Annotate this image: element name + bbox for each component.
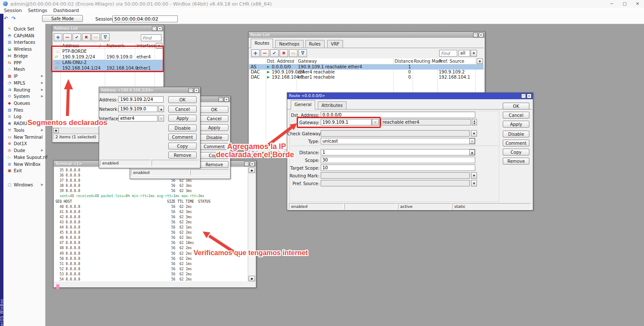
disable-button[interactable]: Disable bbox=[200, 134, 228, 141]
close-icon[interactable]: ✕ bbox=[194, 88, 199, 93]
sidebar-item-queues[interactable]: ◆Queues bbox=[3, 100, 45, 107]
disable-icon[interactable]: ✖ bbox=[279, 49, 288, 57]
enable-icon[interactable]: ✔ bbox=[73, 34, 81, 41]
maximize-icon[interactable]: □ bbox=[219, 97, 223, 102]
remove-button[interactable]: Remove bbox=[200, 161, 228, 168]
scroll-up-icon[interactable]: ◆ bbox=[249, 168, 255, 173]
maximize-icon[interactable]: □ bbox=[521, 94, 526, 98]
dropdown-icon[interactable]: ▽ bbox=[469, 138, 475, 144]
comment-icon[interactable]: ▭ bbox=[91, 34, 100, 41]
dropdown-icon[interactable]: ▼ bbox=[471, 50, 477, 57]
ok-button[interactable]: OK bbox=[168, 96, 197, 103]
close-icon[interactable]: ✕ bbox=[224, 97, 229, 102]
dropdown-icon[interactable]: ▽ bbox=[158, 115, 164, 122]
sidebar-item-mpls[interactable]: ◔MPLS▶ bbox=[3, 80, 45, 86]
ok-button[interactable]: OK bbox=[503, 103, 529, 110]
route-dialog-titlebar[interactable]: Route <0.0.0.0/0> □ ✕ bbox=[287, 93, 533, 99]
sidebar-item-dude[interactable]: ◎Dude▶ bbox=[3, 147, 45, 154]
close-icon[interactable]: ✕ bbox=[158, 26, 162, 31]
dropdown-icon[interactable]: ▼ bbox=[471, 180, 477, 186]
comment-button[interactable]: Comment bbox=[503, 140, 529, 146]
tab-general[interactable]: General bbox=[291, 100, 315, 110]
distance-field[interactable] bbox=[321, 149, 475, 155]
address-dialog-titlebar[interactable]: Address <190.9.109.2/24> □ ✕ bbox=[99, 87, 200, 93]
close-icon[interactable]: ✕ bbox=[527, 94, 532, 98]
sidebar-item-make-supout-rif[interactable]: ▷Make Supout.rif bbox=[3, 154, 45, 161]
menu-dashboard[interactable]: Dashboard bbox=[50, 8, 82, 14]
sidebar-item-files[interactable]: ▧Files bbox=[3, 107, 45, 113]
sidebar-item-quick-set[interactable]: ✎Quick Set bbox=[3, 26, 45, 32]
apply-button[interactable]: Apply bbox=[503, 121, 529, 128]
sidebar-item-bridge[interactable]: ⋈Bridge bbox=[3, 53, 45, 59]
sidebar-item-tools[interactable]: ⚒Tools▶ bbox=[3, 127, 45, 134]
column-header-distance[interactable]: Distance bbox=[395, 58, 413, 64]
sidebar-item-wireless[interactable]: ◒Wireless bbox=[3, 46, 45, 52]
address-list-titlebar[interactable]: Address List □ ✕ bbox=[52, 25, 164, 31]
maximize-icon[interactable]: □ bbox=[618, 0, 631, 8]
sidebar-item-new-winbox[interactable]: ◍New WinBox bbox=[3, 161, 45, 168]
find-input[interactable] bbox=[141, 34, 161, 41]
apply-button[interactable]: Apply bbox=[168, 115, 197, 122]
menu-settings[interactable]: Settings bbox=[25, 8, 50, 14]
sidebar-item-exit[interactable]: ▣Exit bbox=[3, 168, 45, 174]
apply-button[interactable]: Apply bbox=[200, 124, 228, 131]
minimize-icon[interactable]: − bbox=[605, 0, 618, 8]
tab-attributes[interactable]: Attributes bbox=[318, 101, 346, 109]
pref-source-field[interactable] bbox=[321, 180, 470, 186]
tab-rules[interactable]: Rules bbox=[305, 40, 325, 48]
find-input[interactable] bbox=[439, 50, 457, 57]
scope-field[interactable] bbox=[321, 157, 475, 163]
session-input[interactable] bbox=[112, 15, 178, 22]
column-header-gateway[interactable]: Gateway bbox=[298, 58, 317, 64]
remove-button[interactable]: Remove bbox=[168, 152, 197, 158]
scrollbar[interactable]: ◆ ◆ bbox=[248, 168, 255, 281]
undo-icon[interactable]: ↶ bbox=[3, 15, 9, 22]
filter-icon[interactable]: ∇ bbox=[298, 49, 307, 57]
sidebar-item-ppp[interactable]: ⇆PPP bbox=[3, 60, 45, 66]
copy-button[interactable]: Copy bbox=[503, 149, 529, 155]
close-icon[interactable]: ✕ bbox=[479, 33, 483, 37]
route-row[interactable]: DAC▶192.168.104.0...ether1 reachable0192… bbox=[249, 75, 483, 80]
cancel-button[interactable]: Cancel bbox=[200, 115, 228, 122]
type-field[interactable] bbox=[321, 138, 475, 144]
menu-session[interactable]: Session bbox=[1, 8, 25, 14]
ok-button[interactable]: OK bbox=[200, 106, 228, 113]
sidebar-item-interfaces[interactable]: ▤Interfaces bbox=[3, 39, 45, 46]
tab-routes[interactable]: Routes bbox=[251, 39, 273, 48]
comment-icon[interactable]: ▭ bbox=[289, 49, 298, 57]
network-field[interactable] bbox=[118, 106, 158, 112]
updown-spinner-icon[interactable]: ▲▼ bbox=[472, 119, 477, 125]
scroll-left-icon[interactable]: ◆ bbox=[53, 128, 59, 133]
sidebar-item-windows[interactable]: ▢Windows▶ bbox=[3, 182, 45, 188]
sidebar-item-new-terminal[interactable]: ▭New Terminal bbox=[3, 134, 45, 140]
sidebar-item-dot1x[interactable]: ⊕Dot1X bbox=[3, 140, 45, 147]
route-row[interactable]: AS▶0.0.0.0/0190.9.109.1 reachable ether4… bbox=[249, 64, 483, 70]
interface-field[interactable] bbox=[118, 115, 158, 122]
filter-icon[interactable]: ∇ bbox=[101, 34, 109, 41]
target-scope-field[interactable] bbox=[321, 165, 475, 171]
sidebar-item-system[interactable]: ⚙System▶ bbox=[3, 93, 45, 100]
add-icon[interactable]: + bbox=[251, 49, 260, 57]
terminal-screen[interactable]: 35 8.8.8.8 36 8.8.8.8 37 8.8.8.8 56 62 1… bbox=[55, 168, 248, 281]
spinner-up-icon[interactable]: ▲ bbox=[469, 149, 475, 155]
copy-button[interactable]: Copy bbox=[168, 143, 197, 149]
close-icon[interactable]: ✕ bbox=[631, 0, 644, 8]
maximize-icon[interactable]: □ bbox=[244, 161, 249, 166]
maximize-icon[interactable]: □ bbox=[152, 26, 157, 31]
route-list-titlebar[interactable]: Route List □ ✕ bbox=[249, 32, 485, 38]
remove-button[interactable]: Remove bbox=[503, 158, 529, 165]
tab-nexthops[interactable]: Nexthops bbox=[275, 40, 303, 48]
spinner-up-icon[interactable]: ▲ bbox=[158, 106, 164, 112]
sidebar-item-routing[interactable]: ⇉Routing▶ bbox=[3, 87, 45, 93]
address-field[interactable] bbox=[118, 96, 164, 103]
sidebar-item-mesh[interactable]: ∴Mesh bbox=[3, 66, 45, 73]
column-chooser-icon[interactable]: ▼ bbox=[477, 58, 483, 64]
sidebar-item-capsman[interactable]: ◓CAPsMAN bbox=[3, 33, 45, 39]
safe-mode-button[interactable]: Safe Mode bbox=[42, 15, 83, 22]
scroll-down-icon[interactable]: ◆ bbox=[249, 276, 255, 281]
maximize-icon[interactable]: □ bbox=[473, 33, 478, 37]
add-icon[interactable]: + bbox=[54, 34, 62, 41]
enable-icon[interactable]: ✔ bbox=[270, 49, 279, 57]
check-gateway-field[interactable] bbox=[321, 130, 470, 137]
close-icon[interactable]: ✕ bbox=[250, 161, 255, 166]
